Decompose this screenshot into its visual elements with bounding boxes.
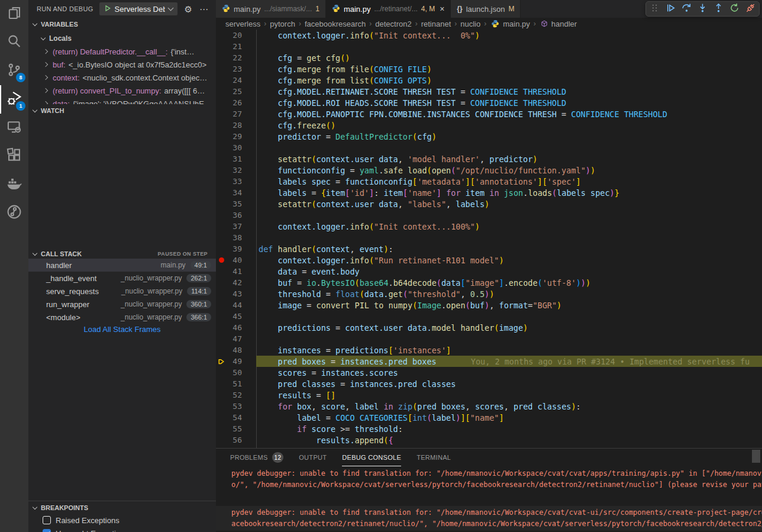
code-line[interactable]: 49 pred_boxes = instances.pred_boxesYou,… bbox=[216, 356, 762, 367]
more-actions-icon[interactable]: ⋯ bbox=[199, 5, 208, 14]
code-line[interactable]: 56 results.append({ bbox=[216, 434, 762, 446]
code-line[interactable]: 24 cfg.merge_from_list(CONFIG_OPTS) bbox=[216, 75, 762, 86]
code-text[interactable]: setattr(context.user_data, "labels", lab… bbox=[259, 199, 762, 209]
variable-row[interactable]: context:<nuclio_sdk.context.Context obje… bbox=[28, 71, 216, 84]
gutter-glyph-margin[interactable] bbox=[216, 423, 227, 434]
breadcrumb-item[interactable]: serverless bbox=[225, 20, 260, 28]
breadcrumb-item[interactable]: facebookresearch bbox=[305, 20, 366, 28]
panel-tab-debug-console[interactable]: DEBUG CONSOLE bbox=[342, 449, 401, 466]
call-stack-frame[interactable]: serve_requests_nuclio_wrapper.py114:1 bbox=[28, 285, 216, 298]
code-line[interactable]: 22 cfg = get_cfg() bbox=[216, 52, 762, 63]
activity-source-control[interactable]: 8 bbox=[0, 57, 28, 85]
code-text[interactable]: context.logger.info("Init context... 0%"… bbox=[259, 31, 762, 40]
breakpoint-row[interactable]: Uncaught Exceptions bbox=[28, 527, 216, 532]
locals-scope[interactable]: Locals bbox=[28, 32, 216, 45]
code-text[interactable]: context.logger.info("Run retinanet-R101 … bbox=[259, 256, 762, 265]
code-text[interactable]: labels = {item['id']: item['name'] for i… bbox=[259, 188, 762, 198]
variable-row[interactable]: buf:<_io.BytesIO object at 0x7f5a2dc1ecc… bbox=[28, 58, 216, 71]
code-text[interactable]: functionconfig = yaml.safe_load(open("/o… bbox=[259, 166, 762, 175]
variable-row[interactable]: (return) DefaultPredictor.__call__:{'ins… bbox=[28, 45, 216, 58]
code-line[interactable]: 47 bbox=[216, 333, 762, 344]
gutter-glyph-margin[interactable] bbox=[216, 176, 227, 187]
gutter-glyph-margin[interactable] bbox=[216, 52, 227, 63]
code-text[interactable]: predictor = DefaultPredictor(cfg) bbox=[259, 132, 762, 141]
editor-tab[interactable]: main.py.../siammask/...1 bbox=[216, 0, 326, 18]
gutter-glyph-margin[interactable] bbox=[216, 378, 227, 389]
step-out-icon[interactable] bbox=[713, 3, 724, 15]
code-line[interactable]: 55 if score >= threshold: bbox=[216, 423, 762, 434]
code-line[interactable]: 39def handler(context, event): bbox=[216, 243, 762, 254]
breakpoint-checkbox[interactable] bbox=[43, 529, 51, 532]
activity-run-and-debug[interactable]: 1 bbox=[0, 85, 28, 114]
gutter-glyph-margin[interactable] bbox=[216, 142, 227, 153]
panel-scrollbar-thumb[interactable] bbox=[752, 450, 760, 463]
breakpoint-checkbox[interactable] bbox=[43, 516, 51, 524]
editor-tab[interactable]: main.py.../retinanet/...4, M× bbox=[326, 0, 451, 18]
breadcrumb-file[interactable]: main.py bbox=[503, 20, 530, 28]
restart-icon[interactable] bbox=[729, 3, 740, 15]
step-into-icon[interactable] bbox=[698, 3, 708, 15]
gutter-glyph-margin[interactable] bbox=[216, 434, 227, 446]
gutter-glyph-margin[interactable] bbox=[216, 86, 227, 97]
panel-tab-terminal[interactable]: TERMINAL bbox=[416, 449, 451, 466]
watch-section-header[interactable]: WATCH bbox=[28, 104, 216, 117]
gutter-glyph-margin[interactable] bbox=[216, 299, 227, 311]
gutter-glyph-margin[interactable] bbox=[216, 209, 227, 221]
gutter-glyph-margin[interactable] bbox=[216, 187, 227, 198]
code-line[interactable]: 20 context.logger.info("Init context... … bbox=[216, 30, 762, 41]
code-line[interactable]: 52 results = [] bbox=[216, 389, 762, 401]
code-text[interactable]: setattr(context.user_data, 'model_handle… bbox=[259, 154, 762, 164]
gutter-glyph-margin[interactable] bbox=[216, 131, 227, 142]
variable-row[interactable]: (return) convert_PIL_to_numpy:array([[[ … bbox=[28, 84, 216, 97]
breadcrumb-item[interactable]: detectron2 bbox=[375, 20, 411, 28]
debug-config-dropdown[interactable]: Serverless Debu bbox=[99, 2, 177, 15]
gutter-glyph-margin[interactable] bbox=[216, 30, 227, 41]
code-text[interactable]: for box, score, label in zip(pred_boxes,… bbox=[259, 402, 762, 411]
code-line[interactable]: 30 bbox=[216, 142, 762, 153]
code-line[interactable]: 35 setattr(context.user_data, "labels", … bbox=[216, 198, 762, 209]
gutter-glyph-margin[interactable] bbox=[216, 322, 227, 333]
activity-git-graph[interactable] bbox=[0, 199, 28, 227]
call-stack-frame[interactable]: handlermain.py49:1 bbox=[28, 259, 216, 272]
code-line[interactable]: 41 data = event.body bbox=[216, 266, 762, 277]
gutter-glyph-margin[interactable] bbox=[216, 153, 227, 165]
code-text[interactable]: cfg.merge_from_file(CONFIG_FILE) bbox=[259, 65, 762, 74]
gutter-glyph-margin[interactable] bbox=[216, 232, 227, 243]
code-text[interactable]: buf = io.BytesIO(base64.b64decode(data["… bbox=[259, 278, 762, 288]
gutter-glyph-margin[interactable] bbox=[216, 288, 227, 299]
code-line[interactable]: 23 cfg.merge_from_file(CONFIG_FILE) bbox=[216, 63, 762, 75]
gutter-glyph-margin[interactable] bbox=[216, 311, 227, 322]
breakpoints-section-header[interactable]: BREAKPOINTS bbox=[28, 501, 216, 514]
gutter-glyph-margin[interactable] bbox=[216, 41, 227, 52]
code-line[interactable]: 34 labels = {item['id']: item['name'] fo… bbox=[216, 187, 762, 198]
gutter-glyph-margin[interactable] bbox=[216, 75, 227, 86]
code-line[interactable]: 46 predictions = context.user_data.model… bbox=[216, 322, 762, 333]
start-debug-icon[interactable] bbox=[104, 4, 111, 14]
code-line[interactable]: 21 bbox=[216, 41, 762, 52]
gear-icon[interactable]: ⚙ bbox=[185, 5, 192, 14]
gutter-glyph-margin[interactable] bbox=[216, 344, 227, 356]
disconnect-icon[interactable] bbox=[745, 3, 755, 15]
code-line[interactable]: 44 image = convert_PIL_to_numpy(Image.op… bbox=[216, 299, 762, 311]
code-text[interactable]: pred_classes = instances.pred_classes bbox=[259, 379, 762, 389]
gutter-glyph-margin[interactable] bbox=[216, 120, 227, 131]
breadcrumb-item[interactable]: nuclio bbox=[460, 20, 480, 28]
breadcrumb-symbol[interactable]: handler bbox=[551, 20, 577, 28]
code-line[interactable]: 25 cfg.MODEL.RETINANET.SCORE_THRESH_TEST… bbox=[216, 86, 762, 97]
close-icon[interactable]: × bbox=[440, 4, 444, 14]
code-line[interactable]: 32 functionconfig = yaml.safe_load(open(… bbox=[216, 165, 762, 176]
code-line[interactable]: 45 bbox=[216, 311, 762, 322]
code-text[interactable]: cfg.freeze() bbox=[259, 121, 762, 130]
code-text[interactable]: cfg.MODEL.ROI_HEADS.SCORE_THRESH_TEST = … bbox=[259, 98, 762, 108]
code-text[interactable]: threshold = float(data.get("threshold", … bbox=[259, 289, 762, 299]
variables-section-header[interactable]: VARIABLES bbox=[28, 18, 216, 31]
gutter-glyph-margin[interactable] bbox=[216, 401, 227, 412]
code-line[interactable]: 27 cfg.MODEL.PANOPTIC_FPN.COMBINE.INSTAN… bbox=[216, 108, 762, 120]
code-line[interactable]: 50 scores = instances.scores bbox=[216, 367, 762, 378]
panel-tab-output[interactable]: OUTPUT bbox=[299, 449, 327, 466]
step-over-icon[interactable] bbox=[682, 3, 692, 15]
call-stack-frame[interactable]: run_wrapper_nuclio_wrapper.py360:1 bbox=[28, 298, 216, 311]
code-text[interactable]: if score >= threshold: bbox=[259, 424, 762, 434]
breadcrumb-item[interactable]: pytorch bbox=[270, 20, 295, 28]
code-line[interactable]: 37 context.logger.info("Init context...1… bbox=[216, 221, 762, 232]
